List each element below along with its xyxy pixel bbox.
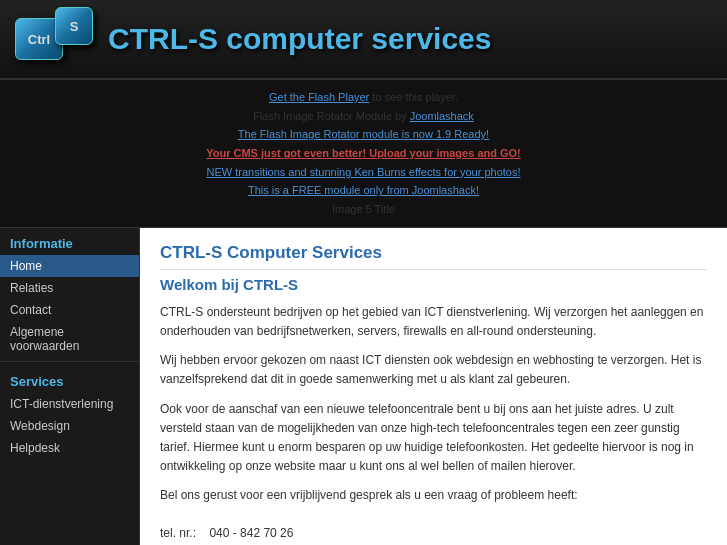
flash-line7: Image 5 Title [10,200,717,219]
tel-line: tel. nr.: 040 - 842 70 26 [160,521,707,545]
content-paragraph3: Ook voor de aanschaf van een nieuwe tele… [160,400,707,477]
tel-value: 040 - 842 70 26 [209,526,293,540]
flash-line5: NEW transitions and stunning Ken Burns e… [10,163,717,182]
welcome-heading: Welkom bij CTRL-S [160,276,707,293]
flash-line1-rest: to see this player. [372,91,458,103]
flash-line4: Your CMS just got even better! Upload yo… [10,144,717,163]
flash-line1: Get the Flash Player to see this player. [10,88,717,107]
flash-line4-link[interactable]: Your CMS just got even better! Upload yo… [206,147,521,159]
sidebar-section-informatie: Informatie [0,228,139,255]
sidebar-item-ict[interactable]: ICT-dienstverlening [0,393,139,415]
flash-image-title: Image 5 Title [332,203,395,215]
sidebar: Informatie Home Relaties Contact Algemen… [0,228,140,545]
flash-line3: The Flash Image Rotator module is now 1.… [10,125,717,144]
sidebar-item-home[interactable]: Home [0,255,139,277]
tel-label: tel. nr.: [160,526,196,540]
page-title: CTRL-S Computer Services [160,243,707,270]
sidebar-item-contact[interactable]: Contact [0,299,139,321]
sidebar-item-algemene-voorwaarden[interactable]: Algemene voorwaarden [0,321,139,357]
sidebar-item-helpdesk[interactable]: Helpdesk [0,437,139,459]
contact-info: tel. nr.: 040 - 842 70 26 e-mail: info@c… [160,521,707,546]
flash-line3-link[interactable]: The Flash Image Rotator module is now 1.… [238,128,489,140]
page-header: Ctrl S CTRL-S computer services [0,0,727,80]
site-title: CTRL-S computer services [108,22,491,56]
content-paragraph1: CTRL-S ondersteunt bedrijven op het gebi… [160,303,707,341]
main-container: Informatie Home Relaties Contact Algemen… [0,228,727,545]
flash-banner: Get the Flash Player to see this player.… [0,80,727,228]
content-paragraph2: Wij hebben ervoor gekozen om naast ICT d… [160,351,707,389]
flash-line2-text: Flash Image Rotator Module by [253,110,410,122]
flash-line6: This is a FREE module only from Joomlash… [10,181,717,200]
flash-line6-link[interactable]: This is a FREE module only from Joomlash… [248,184,479,196]
sidebar-item-webdesign[interactable]: Webdesign [0,415,139,437]
flash-player-link[interactable]: Get the Flash Player [269,91,369,103]
sidebar-item-relaties[interactable]: Relaties [0,277,139,299]
flash-line2: Flash Image Rotator Module by Joomlashac… [10,107,717,126]
sidebar-divider [0,361,139,362]
main-content: CTRL-S Computer Services Welkom bij CTRL… [140,228,727,545]
logo-area: Ctrl S CTRL-S computer services [15,18,491,60]
joomlashack-link[interactable]: Joomlashack [410,110,474,122]
content-paragraph4: Bel ons gerust voor een vrijblijvend ges… [160,486,707,505]
sidebar-section-services: Services [0,366,139,393]
s-key: S [55,7,93,45]
flash-line5-link[interactable]: NEW transitions and stunning Ken Burns e… [206,166,520,178]
